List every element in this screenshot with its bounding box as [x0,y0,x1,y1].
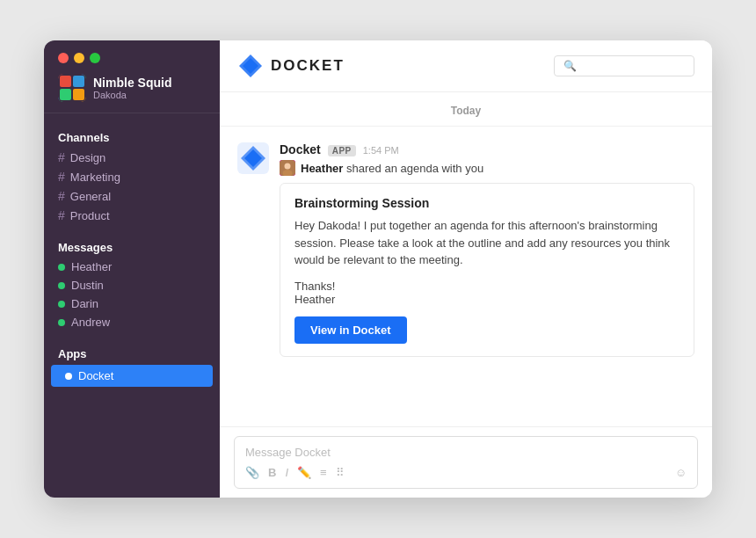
message-content: Docket APP 1:54 PM H [280,142,694,357]
sidebar-header: Nimble Squid Dakoda [44,40,220,113]
sub-message-text: Heather shared an agenda with you [301,162,483,175]
channel-label: Marketing [70,171,120,184]
app-window: Nimble Squid Dakoda Channels # Design # … [44,40,712,498]
app-label: Docket [78,369,113,382]
sub-header: Heather shared an agenda with you [280,160,694,176]
docket-avatar-container [237,142,269,357]
app-dot [65,373,72,380]
chat-area: Today Docket APP 1:54 PM [220,92,712,426]
sidebar-channel-marketing[interactable]: # Marketing [44,167,220,186]
attachment-icon[interactable]: 📎 [245,466,259,479]
message-card: Brainstorming Session Hey Dakoda! I put … [280,183,694,357]
channel-label: Product [70,209,110,222]
svg-rect-3 [60,89,71,100]
online-dot [58,282,65,289]
sender-name: Docket [280,142,321,156]
card-body: Hey Dakoda! I put together an agenda for… [294,217,680,269]
message-timestamp: 1:54 PM [363,145,399,156]
message-header: Docket APP 1:54 PM [280,142,694,156]
sign-line2: Heather [294,293,335,306]
sidebar-message-heather[interactable]: Heather [44,258,220,276]
card-sign: Thanks! Heather [294,280,680,306]
app-badge: APP [328,145,356,156]
view-in-docket-button[interactable]: View in Docket [294,316,407,344]
window-controls [58,53,206,63]
search-icon: 🔍 [563,60,577,72]
sidebar-channel-design[interactable]: # Design [44,148,220,167]
sidebar-body: Channels # Design # Marketing # General … [44,113,220,498]
hash-icon: # [58,150,65,164]
hash-icon: # [58,189,65,203]
docket-logo-icon [237,53,264,79]
date-label: Today [451,105,481,117]
search-box[interactable]: 🔍 [554,55,694,76]
emoji-icon[interactable]: ☺ [675,466,687,479]
sign-line1: Thanks! [294,280,335,293]
channel-label: General [70,190,111,203]
svg-rect-1 [60,76,71,87]
workspace-sub: Dakoda [93,90,171,100]
workspace-icon [58,74,86,102]
compose-box: Message Docket 📎 B I ✏️ ≡ ⠿ ☺ [234,436,698,489]
channel-label: Design [70,151,105,164]
card-title: Brainstorming Session [294,196,680,210]
apps-section-title: Apps [44,340,220,364]
date-divider: Today [220,92,712,127]
sidebar: Nimble Squid Dakoda Channels # Design # … [44,40,220,498]
workspace-info: Nimble Squid Dakoda [93,76,171,101]
close-control[interactable] [58,53,69,63]
sidebar-message-andrew[interactable]: Andrew [44,313,220,331]
svg-point-11 [285,164,291,170]
workspace-name: Nimble Squid [93,76,171,91]
search-input[interactable] [580,60,685,72]
message-block: Docket APP 1:54 PM H [220,130,712,366]
compose-placeholder[interactable]: Message Docket [245,446,687,459]
main-header: DOCKET 🔍 [220,40,712,92]
italic-icon[interactable]: I [285,466,288,479]
list-icon[interactable]: ≡ [320,466,327,479]
svg-rect-2 [73,76,84,87]
docket-brand-name: DOCKET [271,57,345,75]
sub-action-text: shared an agenda with you [346,162,483,175]
sidebar-message-dustin[interactable]: Dustin [44,276,220,294]
online-dot [58,301,65,308]
message-contact-label: Darin [71,297,98,310]
pen-icon[interactable]: ✏️ [297,466,311,479]
docket-avatar-icon [237,142,269,174]
heather-avatar [280,160,295,176]
sidebar-message-darin[interactable]: Darin [44,294,220,313]
minimize-control[interactable] [74,53,84,63]
channels-section-title: Channels [44,124,220,148]
sidebar-channel-general[interactable]: # General [44,186,220,206]
message-input-area: Message Docket 📎 B I ✏️ ≡ ⠿ ☺ [220,426,712,498]
grid-icon[interactable]: ⠿ [336,466,345,479]
message-contact-label: Andrew [71,316,110,329]
message-contact-label: Dustin [71,279,104,292]
hash-icon: # [58,208,65,222]
compose-toolbar: 📎 B I ✏️ ≡ ⠿ ☺ [245,466,687,479]
online-dot [58,319,65,326]
maximize-control[interactable] [90,53,100,63]
sidebar-app-docket[interactable]: Docket [51,365,213,387]
workspace[interactable]: Nimble Squid Dakoda [58,74,206,102]
bold-icon[interactable]: B [268,466,276,479]
docket-logo: DOCKET [237,53,345,79]
sub-sender-name: Heather [301,162,343,175]
main-panel: DOCKET 🔍 Today [220,40,712,498]
hash-icon: # [58,170,65,184]
sidebar-channel-product[interactable]: # Product [44,206,220,225]
messages-section-title: Messages [44,234,220,258]
svg-rect-4 [73,89,84,100]
message-contact-label: Heather [71,260,112,273]
online-dot [58,264,65,271]
